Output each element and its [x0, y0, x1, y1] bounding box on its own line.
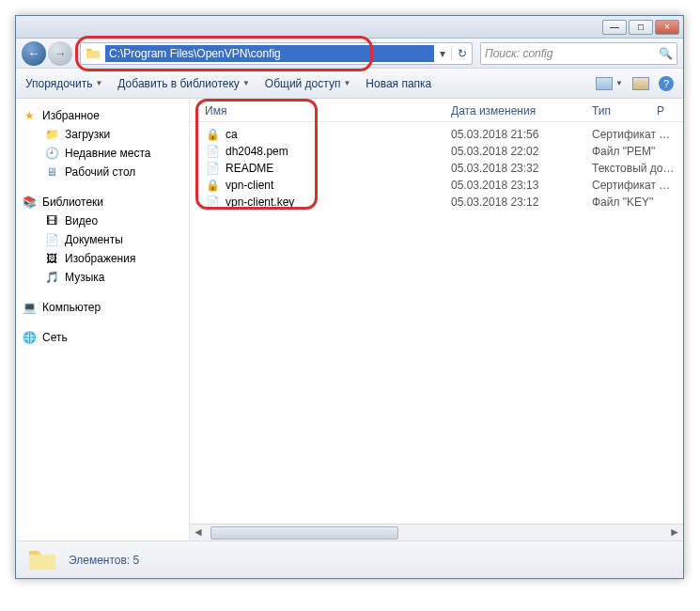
address-bar[interactable]: ▾ ↻ — [80, 42, 473, 65]
search-icon: 🔍 — [659, 47, 673, 60]
address-input[interactable] — [105, 45, 434, 62]
sidebar-pictures[interactable]: 🖼 Изображения — [20, 249, 185, 268]
col-date-header[interactable]: Дата изменения — [451, 104, 592, 118]
file-type: Сертификат безо... — [592, 128, 676, 141]
file-name: README — [226, 162, 273, 175]
sidebar-documents[interactable]: 📄 Документы — [20, 230, 185, 249]
include-library-menu[interactable]: Добавить в библиотеку ▼ — [117, 77, 249, 90]
nav-bar: ← → ▾ ↻ Поиск: config 🔍 — [16, 39, 683, 69]
search-box[interactable]: Поиск: config 🔍 — [480, 42, 677, 65]
file-row[interactable]: 📄README05.03.2018 23:32Текстовый докум..… — [197, 160, 676, 177]
computer-icon: 💻 — [22, 300, 37, 315]
sidebar-pictures-label: Изображения — [65, 252, 135, 265]
sidebar-music[interactable]: 🎵 Музыка — [20, 268, 185, 287]
sidebar: ★ Избранное 📁 Загрузки 🕘 Недавние места … — [16, 99, 190, 540]
file-row[interactable]: 📄vpn-client.key05.03.2018 23:12Файл "KEY… — [197, 194, 676, 211]
preview-pane-button[interactable] — [632, 77, 649, 90]
scroll-thumb[interactable] — [210, 526, 398, 540]
organize-label: Упорядочить — [25, 77, 92, 90]
file-type: Файл "PEM" — [592, 145, 676, 158]
toolbar: Упорядочить ▼ Добавить в библиотеку ▼ Об… — [16, 69, 683, 99]
explorer-window: — □ × ← → ▾ ↻ Поиск: config 🔍 Упорядочит… — [15, 15, 684, 579]
music-icon: 🎵 — [44, 270, 59, 285]
sidebar-desktop-label: Рабочий стол — [65, 165, 135, 179]
sidebar-network-label: Сеть — [42, 331, 68, 344]
video-icon: 🎞 — [44, 213, 59, 228]
file-date: 05.03.2018 21:56 — [451, 128, 592, 141]
file-type: Файл "KEY" — [592, 196, 676, 209]
file-row[interactable]: 🔒vpn-client05.03.2018 23:13Сертификат бе… — [197, 177, 676, 194]
share-label: Общий доступ — [265, 77, 341, 90]
file-row[interactable]: 📄dh2048.pem05.03.2018 22:02Файл "PEM" — [197, 143, 676, 160]
sidebar-recent[interactable]: 🕘 Недавние места — [20, 144, 185, 163]
include-label: Добавить в библиотеку — [117, 77, 240, 90]
col-type-header[interactable]: Тип — [592, 104, 657, 118]
sidebar-videos[interactable]: 🎞 Видео — [20, 212, 185, 230]
file-icon: 🔒 — [205, 127, 220, 142]
folder-icon — [27, 547, 57, 573]
file-pane: Имя Дата изменения Тип Р 🔒ca05.03.2018 2… — [190, 99, 683, 540]
sidebar-computer[interactable]: 💻 Компьютер — [20, 298, 185, 317]
sidebar-favorites[interactable]: ★ Избранное — [20, 106, 185, 125]
maximize-button[interactable]: □ — [629, 20, 653, 35]
star-icon: ★ — [22, 108, 37, 123]
organize-menu[interactable]: Упорядочить ▼ — [25, 77, 102, 90]
close-button[interactable]: × — [655, 20, 679, 35]
sidebar-libraries[interactable]: 📚 Библиотеки — [20, 193, 185, 212]
sidebar-downloads-label: Загрузки — [65, 128, 110, 141]
file-row[interactable]: 🔒ca05.03.2018 21:56Сертификат безо... — [197, 126, 676, 143]
file-name: dh2048.pem — [226, 145, 288, 158]
main-area: ★ Избранное 📁 Загрузки 🕘 Недавние места … — [16, 99, 683, 540]
chevron-down-icon: ▼ — [95, 79, 102, 87]
back-button[interactable]: ← — [22, 41, 46, 66]
libraries-icon: 📚 — [22, 195, 37, 210]
col-name-header[interactable]: Имя — [197, 104, 451, 118]
titlebar: — □ × — [16, 16, 683, 39]
chevron-down-icon: ▼ — [615, 79, 623, 87]
sidebar-downloads[interactable]: 📁 Загрузки — [20, 125, 185, 144]
chevron-down-icon: ▼ — [242, 79, 250, 87]
forward-button[interactable]: → — [48, 41, 72, 66]
sidebar-recent-label: Недавние места — [65, 147, 150, 160]
search-placeholder: Поиск: config — [485, 47, 659, 60]
help-button[interactable]: ? — [659, 76, 674, 91]
sidebar-documents-label: Документы — [65, 233, 123, 246]
file-date: 05.03.2018 22:02 — [451, 145, 592, 158]
scroll-left-arrow[interactable]: ◄ — [190, 525, 207, 540]
desktop-icon: 🖥 — [44, 164, 59, 180]
sidebar-videos-label: Видео — [65, 214, 98, 227]
toolbar-right: ▼ ? — [596, 76, 674, 91]
file-type: Текстовый докум... — [592, 162, 676, 175]
sidebar-network[interactable]: 🌐 Сеть — [20, 328, 185, 347]
nav-buttons: ← → — [22, 41, 72, 66]
sidebar-computer-label: Компьютер — [42, 301, 101, 314]
col-r-header[interactable]: Р — [657, 104, 676, 118]
address-dropdown-icon[interactable]: ▾ — [434, 47, 451, 60]
file-icon: 📄 — [205, 144, 220, 159]
file-list: 🔒ca05.03.2018 21:56Сертификат безо...📄dh… — [190, 122, 683, 214]
network-icon: 🌐 — [22, 330, 37, 345]
file-name: vpn-client — [226, 179, 273, 192]
item-count: Элементов: 5 — [69, 554, 139, 567]
folder-icon: 📁 — [44, 127, 59, 142]
new-folder-button[interactable]: Новая папка — [366, 77, 431, 90]
horizontal-scrollbar[interactable]: ◄ ► — [190, 524, 683, 540]
scroll-right-arrow[interactable]: ► — [666, 525, 683, 540]
view-button[interactable]: ▼ — [596, 77, 623, 90]
minimize-button[interactable]: — — [602, 20, 627, 35]
file-name: ca — [226, 128, 238, 141]
column-headers: Имя Дата изменения Тип Р — [190, 99, 683, 122]
sidebar-favorites-label: Избранное — [42, 109, 100, 122]
file-date: 05.03.2018 23:32 — [451, 162, 592, 175]
newfolder-label: Новая папка — [366, 77, 431, 90]
sidebar-desktop[interactable]: 🖥 Рабочий стол — [20, 163, 185, 181]
chevron-down-icon: ▼ — [343, 79, 350, 87]
pictures-icon: 🖼 — [44, 251, 59, 266]
folder-icon — [85, 45, 101, 62]
recent-icon: 🕘 — [44, 146, 59, 161]
file-type: Сертификат безо... — [592, 179, 676, 192]
refresh-button[interactable]: ↻ — [451, 47, 472, 60]
share-menu[interactable]: Общий доступ ▼ — [265, 77, 351, 90]
file-date: 05.03.2018 23:12 — [451, 196, 592, 209]
document-icon: 📄 — [44, 232, 59, 247]
